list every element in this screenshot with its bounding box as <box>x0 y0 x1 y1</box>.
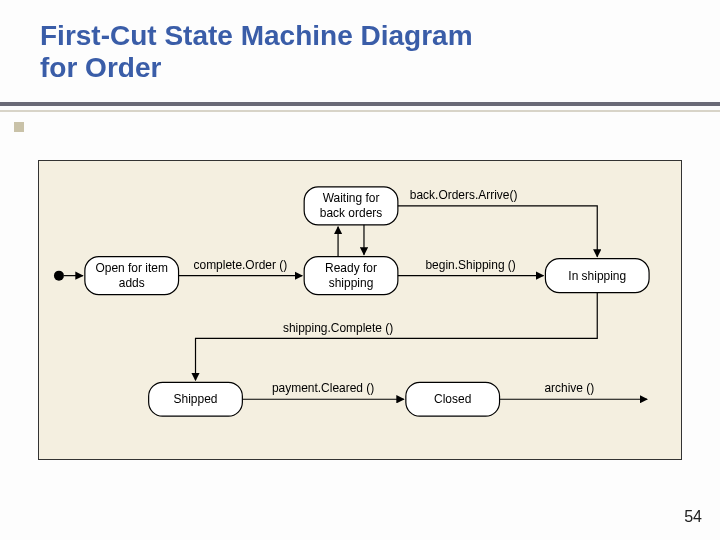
label-begin-shipping: begin.Shipping () <box>425 258 515 272</box>
transition-backorders-arrive <box>398 206 597 257</box>
state-inshipping-label: In shipping <box>568 269 626 283</box>
label-payment-cleared: payment.Cleared () <box>272 381 374 395</box>
diagram-frame: Open for item adds Waiting for back orde… <box>38 160 682 460</box>
state-shipped: Shipped <box>149 382 243 416</box>
state-open-label-l1: Open for item <box>95 261 167 275</box>
divider-light <box>0 110 720 112</box>
state-waiting-label-l2: back orders <box>320 206 382 220</box>
label-complete-order: complete.Order () <box>194 258 288 272</box>
transition-shipping-complete <box>196 293 598 381</box>
state-waiting: Waiting for back orders <box>304 187 398 225</box>
state-inshipping: In shipping <box>545 259 649 293</box>
square-bullet-icon <box>14 122 24 132</box>
label-archive: archive () <box>544 381 594 395</box>
slide-title: First-Cut State Machine Diagram for Orde… <box>40 20 680 84</box>
state-ready: Ready for shipping <box>304 257 398 295</box>
state-waiting-label-l1: Waiting for <box>323 191 380 205</box>
svg-text:shipping: shipping <box>329 276 374 290</box>
title-line-1: First-Cut State Machine Diagram <box>40 20 473 51</box>
state-machine-diagram: Open for item adds Waiting for back orde… <box>39 161 681 460</box>
slide: First-Cut State Machine Diagram for Orde… <box>0 0 720 540</box>
state-ready-label-l1: Ready for <box>325 261 377 275</box>
divider-dark <box>0 102 720 106</box>
svg-text:Ready for: Ready for <box>325 261 377 275</box>
svg-text:adds: adds <box>119 276 145 290</box>
state-ready-label-l2: shipping <box>329 276 374 290</box>
initial-state-icon <box>54 271 64 281</box>
state-open-label-l2: adds <box>119 276 145 290</box>
label-backorders-arrive: back.Orders.Arrive() <box>410 188 518 202</box>
state-open: Open for item adds <box>85 257 179 295</box>
svg-text:Open for item: Open for item <box>95 261 167 275</box>
svg-text:back orders: back orders <box>320 206 382 220</box>
state-closed-label: Closed <box>434 392 471 406</box>
state-shipped-label: Shipped <box>174 392 218 406</box>
page-number: 54 <box>684 508 702 526</box>
title-line-2: for Order <box>40 52 161 83</box>
label-shipping-complete: shipping.Complete () <box>283 321 393 335</box>
svg-text:Waiting for: Waiting for <box>323 191 380 205</box>
state-closed: Closed <box>406 382 500 416</box>
